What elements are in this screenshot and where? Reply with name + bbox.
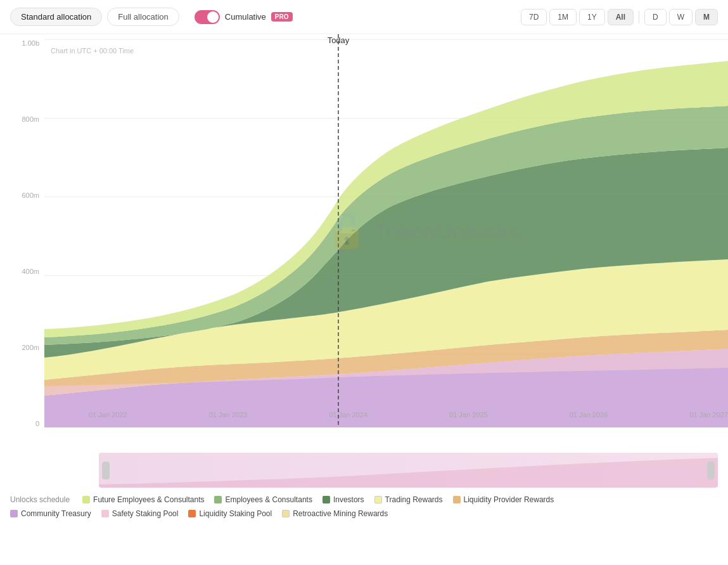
legend-row2: Community Treasury Safety Staking Pool L…: [10, 509, 718, 518]
y-label-600: 600m: [5, 192, 39, 199]
y-axis: 1.00b 800m 600m 400m 200m 0: [0, 34, 44, 427]
x-label-2024: 01 Jan 2024: [329, 411, 367, 419]
legend-dot-retroactive-mining: [282, 510, 290, 517]
legend-investors: Investors: [322, 495, 364, 504]
scrollbar-handle-left[interactable]: [102, 462, 110, 479]
y-label-800: 800m: [5, 115, 39, 123]
legend-dot-investors: [322, 496, 330, 503]
interval-w[interactable]: W: [669, 9, 693, 25]
pro-badge: PRO: [271, 12, 293, 22]
legend-dot-safety-staking: [101, 510, 109, 517]
legend-dot-future-employees: [82, 496, 90, 503]
legend-label-safety-staking: Safety Staking Pool: [112, 509, 179, 518]
legend-dot-employees: [214, 496, 222, 503]
scrollbar-area[interactable]: [99, 453, 718, 488]
scrollbar-handle-right[interactable]: [707, 462, 715, 479]
legend-future-employees: Future Employees & Consultants: [82, 495, 204, 504]
legend-community-treasury: Community Treasury: [10, 509, 91, 518]
scrollbar-container: [0, 453, 728, 488]
legend-label-community-treasury: Community Treasury: [21, 509, 91, 518]
chart-container: 1.00b 800m 600m 400m 200m 0 Chart in UTC…: [0, 34, 728, 453]
full-allocation-tab[interactable]: Full allocation: [107, 8, 179, 26]
toolbar-divider: [639, 11, 639, 23]
cumulative-toggle[interactable]: [195, 10, 220, 24]
legend-label-investors: Investors: [333, 495, 364, 504]
x-axis: 01 Jan 2022 01 Jan 2023 01 Jan 2024 01 J…: [89, 402, 728, 427]
time-1m[interactable]: 1M: [549, 9, 577, 25]
toolbar-left: Standard allocation Full allocation Cumu…: [10, 8, 293, 26]
time-7d[interactable]: 7D: [521, 9, 547, 25]
legend-liquidity-staking: Liquidity Staking Pool: [188, 509, 272, 518]
legend-label-employees: Employees & Consultants: [225, 495, 312, 504]
chart-area: 1.00b 800m 600m 400m 200m 0 Chart in UTC…: [0, 34, 728, 453]
toolbar-right: 7D 1M 1Y All D W M: [521, 9, 718, 25]
legend-retroactive-mining: Retroactive Mining Rewards: [282, 509, 388, 518]
x-label-2022: 01 Jan 2022: [89, 411, 127, 419]
legend-safety-staking: Safety Staking Pool: [101, 509, 179, 518]
legend-dot-liquidity-staking: [188, 510, 196, 517]
y-label-400: 400m: [5, 268, 39, 275]
legend-employees: Employees & Consultants: [214, 495, 312, 504]
y-label-200: 200m: [5, 344, 39, 351]
legend-label-retroactive-mining: Retroactive Mining Rewards: [293, 509, 388, 518]
legend-liquidity-provider: Liquidity Provider Rewards: [453, 495, 554, 504]
y-label-0: 0: [5, 420, 39, 427]
scrollbar-chart: [99, 453, 718, 488]
cumulative-label: Cumulative: [225, 12, 266, 22]
standard-allocation-tab[interactable]: Standard allocation: [10, 8, 102, 26]
x-label-2026: 01 Jan 2026: [570, 411, 608, 419]
legend-label-liquidity-provider: Liquidity Provider Rewards: [464, 495, 554, 504]
legend-label-future-employees: Future Employees & Consultants: [93, 495, 204, 504]
chart-plot: Chart in UTC + 00:00 Time: [44, 34, 728, 427]
legend-dot-liquidity-provider: [453, 496, 461, 503]
interval-m[interactable]: M: [695, 9, 718, 25]
legend-label-trading-rewards: Trading Rewards: [385, 495, 443, 504]
time-1y[interactable]: 1Y: [579, 9, 605, 25]
interval-d[interactable]: D: [644, 9, 667, 25]
legend-title: Unlocks schedule: [10, 495, 70, 504]
svg-text:Today: Today: [328, 36, 350, 45]
chart-svg: Today: [44, 34, 728, 427]
time-all[interactable]: All: [608, 9, 634, 25]
legend-dot-community-treasury: [10, 510, 18, 517]
x-label-2025: 01 Jan 2025: [449, 411, 488, 419]
legend-dot-trading-rewards: [374, 496, 382, 503]
legend-area: Unlocks schedule Future Employees & Cons…: [0, 488, 728, 526]
legend-trading-rewards: Trading Rewards: [374, 495, 443, 504]
x-label-2023: 01 Jan 2023: [209, 411, 248, 419]
y-label-100: 1.00b: [5, 39, 39, 47]
x-label-2027: 01 Jan 2027: [689, 411, 728, 419]
toggle-section: Cumulative PRO: [195, 10, 293, 24]
toolbar: Standard allocation Full allocation Cumu…: [0, 0, 728, 34]
legend-label-liquidity-staking: Liquidity Staking Pool: [199, 509, 272, 518]
